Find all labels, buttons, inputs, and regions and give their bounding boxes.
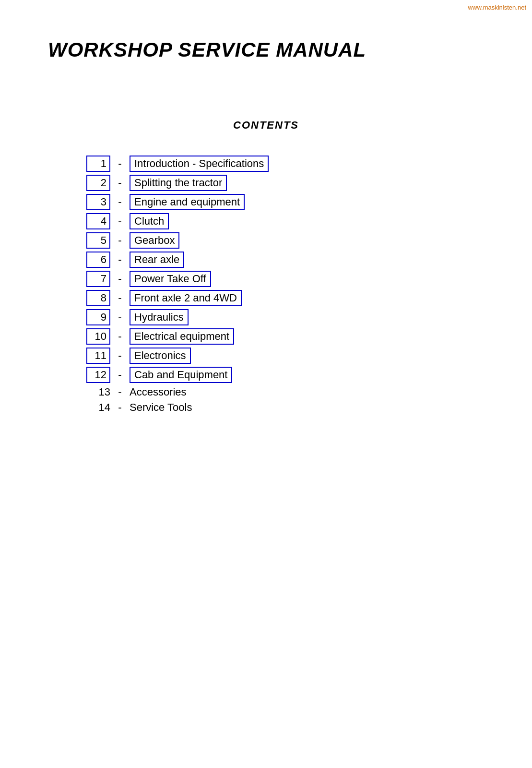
watermark-link[interactable]: www.maskinisten.net — [468, 4, 526, 11]
toc-label[interactable]: Electrical equipment — [130, 328, 234, 345]
toc-dash: - — [110, 369, 130, 381]
toc-number: 11 — [86, 348, 110, 364]
toc-dash: - — [110, 330, 130, 343]
toc-number: 9 — [86, 309, 110, 325]
toc-row: 2-Splitting the tractor — [86, 175, 484, 191]
toc-number: 6 — [86, 252, 110, 268]
toc-row: 8-Front axle 2 and 4WD — [86, 290, 484, 306]
toc-dash: - — [110, 215, 130, 228]
toc-row: 5-Gearbox — [86, 232, 484, 249]
toc-row: 10-Electrical equipment — [86, 328, 484, 345]
toc-row: 13-Accessories — [86, 386, 484, 398]
toc-label[interactable]: Accessories — [130, 386, 187, 398]
toc-dash: - — [110, 253, 130, 266]
toc-dash: - — [110, 177, 130, 189]
toc-number: 12 — [86, 367, 110, 383]
toc-label[interactable]: Rear axle — [130, 252, 184, 268]
toc-row: 4-Clutch — [86, 213, 484, 229]
toc-number: 10 — [86, 328, 110, 345]
toc-label[interactable]: Clutch — [130, 213, 169, 229]
toc-dash: - — [110, 292, 130, 304]
toc-table: 1-Introduction - Specifications2-Splitti… — [86, 156, 484, 414]
toc-row: 12-Cab and Equipment — [86, 367, 484, 383]
toc-number: 1 — [86, 156, 110, 172]
toc-label[interactable]: Introduction - Specifications — [130, 156, 269, 172]
toc-row: 9-Hydraulics — [86, 309, 484, 325]
toc-number: 3 — [86, 194, 110, 210]
toc-number: 4 — [86, 213, 110, 229]
toc-label[interactable]: Front axle 2 and 4WD — [130, 290, 242, 306]
toc-label[interactable]: Electronics — [130, 348, 191, 364]
page-title: WORKSHOP SERVICE MANUAL — [48, 38, 484, 61]
toc-row: 11-Electronics — [86, 348, 484, 364]
toc-dash: - — [110, 196, 130, 208]
toc-dash: - — [110, 157, 130, 170]
toc-row: 14-Service Tools — [86, 401, 484, 414]
toc-label[interactable]: Engine and equipment — [130, 194, 245, 210]
toc-dash: - — [110, 349, 130, 362]
toc-dash: - — [110, 386, 130, 398]
toc-row: 1-Introduction - Specifications — [86, 156, 484, 172]
toc-number: 13 — [86, 386, 110, 398]
toc-row: 7-Power Take Off — [86, 271, 484, 287]
toc-label[interactable]: Cab and Equipment — [130, 367, 232, 383]
toc-row: 3-Engine and equipment — [86, 194, 484, 210]
toc-dash: - — [110, 311, 130, 324]
toc-label[interactable]: Hydraulics — [130, 309, 189, 325]
toc-label[interactable]: Splitting the tractor — [130, 175, 227, 191]
toc-number: 14 — [86, 401, 110, 414]
toc-label[interactable]: Power Take Off — [130, 271, 211, 287]
toc-number: 2 — [86, 175, 110, 191]
toc-dash: - — [110, 401, 130, 414]
toc-number: 7 — [86, 271, 110, 287]
toc-dash: - — [110, 234, 130, 247]
toc-number: 8 — [86, 290, 110, 306]
toc-dash: - — [110, 273, 130, 285]
toc-number: 5 — [86, 232, 110, 249]
toc-label[interactable]: Service Tools — [130, 401, 192, 414]
contents-heading: CONTENTS — [48, 119, 484, 132]
toc-row: 6-Rear axle — [86, 252, 484, 268]
toc-label[interactable]: Gearbox — [130, 232, 179, 249]
